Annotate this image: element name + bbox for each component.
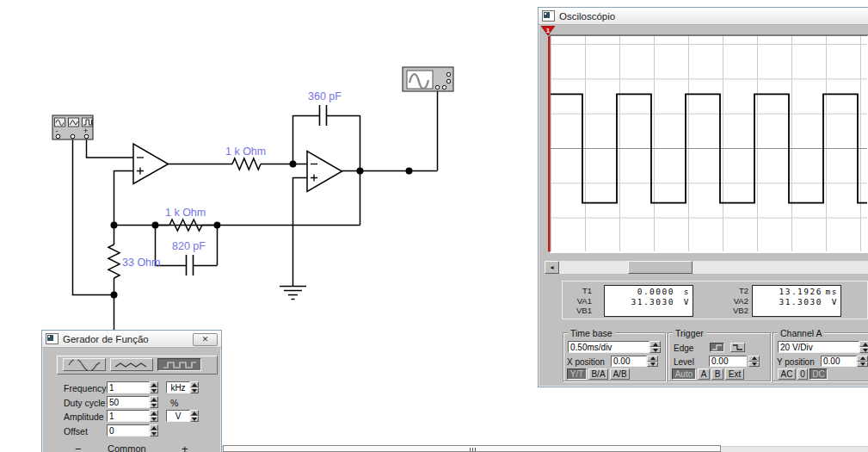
channel-a-spinner[interactable] bbox=[859, 341, 868, 353]
sine-wave-icon bbox=[66, 360, 102, 370]
timebase-legend: Time base bbox=[568, 328, 615, 338]
trigger-a-button[interactable]: A bbox=[698, 368, 710, 380]
square-wave-button[interactable] bbox=[157, 358, 201, 371]
common-terminal-label: Common bbox=[108, 443, 146, 452]
scrollbar-grip-icon bbox=[470, 448, 476, 451]
spinner-down-icon bbox=[748, 362, 760, 368]
duty-cycle-field[interactable] bbox=[107, 396, 150, 408]
scroll-left-button[interactable]: ◄ bbox=[545, 261, 559, 274]
frequency-spinner[interactable] bbox=[150, 381, 158, 393]
amplitude-label: Amplitude bbox=[64, 412, 104, 422]
x-position-label: X position bbox=[567, 357, 605, 367]
label-820pF: 820 pF bbox=[172, 240, 206, 252]
label-360pF: 360 pF bbox=[308, 90, 342, 102]
coupling-dc-button[interactable]: DC bbox=[810, 368, 828, 380]
frequency-label: Frequency bbox=[64, 383, 107, 393]
duty-cycle-unit: % bbox=[170, 398, 178, 408]
resistor-1k-top[interactable] bbox=[232, 158, 261, 170]
scope-display bbox=[549, 34, 868, 253]
spinner-down-icon bbox=[859, 347, 868, 353]
trigger-legend: Trigger bbox=[673, 328, 706, 338]
capacitor-360pF[interactable] bbox=[320, 105, 327, 126]
label-1kohm-top: 1 k Ohm bbox=[225, 146, 266, 158]
duty-cycle-spinner[interactable] bbox=[150, 396, 158, 408]
trigger-b-button[interactable]: B bbox=[711, 368, 723, 380]
ground-symbol bbox=[280, 287, 306, 300]
frequency-field[interactable] bbox=[107, 381, 150, 393]
opamp-2[interactable] bbox=[307, 152, 342, 192]
coupling-0-button[interactable]: 0 bbox=[797, 368, 808, 380]
falling-edge-icon bbox=[732, 344, 743, 351]
offset-field[interactable] bbox=[107, 424, 150, 437]
horizontal-scrollbar-thumb[interactable] bbox=[223, 445, 721, 452]
plus-terminal-label: + bbox=[83, 127, 88, 135]
yt-mode-button[interactable]: Y/T bbox=[567, 368, 587, 380]
function-generator-icon[interactable]: - + bbox=[52, 115, 93, 139]
readout-panel: T1 VA1 VB1 0.0000s 31.3030V T2 VA2 VB2 1… bbox=[562, 281, 868, 319]
rising-edge-icon bbox=[711, 344, 723, 351]
x-position-spinner[interactable] bbox=[647, 356, 658, 367]
spinner-up-icon bbox=[859, 341, 868, 347]
trigger-group: Trigger Edge Level Auto A B Ext bbox=[668, 332, 771, 381]
trigger-level-field[interactable] bbox=[709, 356, 747, 367]
timebase-group: Time base X position Y/T B/A A/B bbox=[563, 332, 666, 381]
frequency-unit-box[interactable]: kHz bbox=[166, 381, 190, 393]
cursor-1-line[interactable] bbox=[548, 36, 550, 251]
window-icon bbox=[46, 333, 58, 344]
oscilloscope-icon[interactable] bbox=[403, 67, 453, 91]
spinner-down-icon bbox=[857, 362, 868, 368]
close-button[interactable]: ✕ bbox=[193, 333, 218, 346]
cursor1-readout-box: 0.0000s 31.3030V bbox=[604, 285, 693, 317]
application-canvas: - + 360 pF 1 k Ohm 1 k Ohm 820 pF 33 Ohm bbox=[0, 0, 868, 452]
cursor-1-flag[interactable]: 1 bbox=[541, 26, 556, 37]
timebase-spinner[interactable] bbox=[649, 341, 661, 353]
square-wave-icon bbox=[162, 360, 198, 370]
cursor1-readout-labels: T1 VA1 VB1 bbox=[569, 286, 592, 316]
amplitude-unit-spinner[interactable] bbox=[190, 410, 199, 422]
coupling-ac-button[interactable]: AC bbox=[778, 368, 796, 380]
window-title: Gerador de Função bbox=[63, 334, 149, 344]
frequency-unit-spinner[interactable] bbox=[190, 381, 199, 393]
duty-cycle-label: Duty cycle bbox=[64, 398, 105, 408]
scope-scrollbar[interactable]: ◄ bbox=[545, 261, 868, 274]
oscilloscope-titlebar[interactable]: Osciloscópio bbox=[539, 8, 868, 25]
amplitude-spinner[interactable] bbox=[150, 410, 158, 422]
capacitor-820pF[interactable] bbox=[187, 255, 194, 276]
rising-edge-button[interactable] bbox=[710, 343, 724, 352]
x-position-field[interactable] bbox=[611, 356, 647, 367]
close-icon: ✕ bbox=[202, 336, 209, 344]
oscilloscope-window: Osciloscópio 1 ◄ T1 VA1 VB1 0.0000s 3 bbox=[538, 7, 868, 387]
offset-spinner[interactable] bbox=[150, 424, 158, 437]
sine-wave-button[interactable] bbox=[63, 358, 106, 371]
channel-a-scale-field[interactable] bbox=[778, 341, 859, 353]
edge-label: Edge bbox=[674, 344, 693, 353]
channel-a-legend: Channel A bbox=[778, 328, 824, 338]
triangle-wave-button[interactable] bbox=[110, 358, 153, 371]
spinner-down-icon bbox=[649, 347, 661, 353]
opamp-1[interactable] bbox=[133, 144, 169, 184]
cursor2-readout-labels: T2 VA2 VB2 bbox=[726, 286, 748, 316]
trigger-auto-button[interactable]: Auto bbox=[672, 368, 696, 380]
amplitude-unit-box[interactable]: V bbox=[166, 410, 190, 422]
window-icon bbox=[542, 10, 555, 22]
label-1kohm-mid: 1 k Ohm bbox=[165, 207, 206, 219]
timebase-scale-field[interactable] bbox=[568, 341, 649, 353]
offset-label: Offset bbox=[64, 426, 88, 437]
fgen-titlebar[interactable]: Gerador de Função ✕ bbox=[42, 331, 221, 348]
falling-edge-button[interactable] bbox=[730, 343, 745, 352]
y-position-spinner[interactable] bbox=[857, 356, 868, 367]
ab-mode-button[interactable]: A/B bbox=[610, 368, 630, 380]
triangle-wave-icon bbox=[114, 360, 150, 370]
trigger-level-spinner[interactable] bbox=[748, 356, 760, 367]
spinner-up-icon bbox=[649, 341, 661, 347]
ba-mode-button[interactable]: B/A bbox=[588, 368, 608, 380]
scope-scrollbar-thumb[interactable] bbox=[628, 261, 693, 274]
window-title: Osciloscópio bbox=[559, 11, 615, 22]
trigger-ext-button[interactable]: Ext bbox=[725, 368, 744, 380]
amplitude-field[interactable] bbox=[107, 410, 150, 422]
y-position-field[interactable] bbox=[821, 356, 857, 367]
scope-trace-plot bbox=[551, 36, 867, 251]
y-position-label: Y position bbox=[777, 357, 815, 367]
minus-terminal-label: − bbox=[75, 443, 82, 452]
resistor-33ohm[interactable] bbox=[108, 245, 120, 278]
